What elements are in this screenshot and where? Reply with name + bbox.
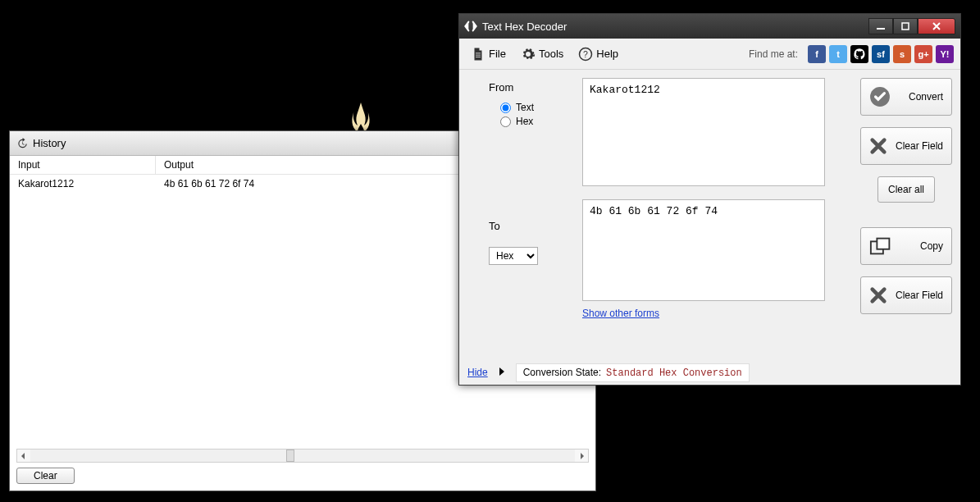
conversion-state-value: Standard Hex Conversion — [606, 367, 742, 379]
copy-icon — [869, 236, 894, 256]
scroll-track[interactable] — [30, 450, 575, 462]
menu-file[interactable]: File — [466, 43, 511, 65]
x-icon — [869, 137, 887, 155]
menu-file-label: File — [489, 48, 506, 60]
radio-hex[interactable]: Hex — [500, 116, 574, 127]
convert-button[interactable]: Convert — [860, 78, 952, 116]
svg-rect-1 — [902, 23, 909, 30]
radio-text-label: Text — [516, 102, 534, 113]
copy-label: Copy — [920, 240, 943, 252]
copy-button[interactable]: Copy — [860, 227, 952, 265]
clear-field-top-button[interactable]: Clear Field — [860, 127, 952, 165]
from-input-textarea[interactable] — [582, 78, 825, 186]
arrow-right-icon — [498, 367, 506, 379]
scroll-thumb[interactable] — [286, 450, 294, 462]
svg-rect-6 — [877, 239, 889, 249]
clear-field-bottom-label: Clear Field — [896, 290, 943, 301]
gear-icon — [521, 47, 536, 62]
to-label: To — [489, 220, 574, 232]
history-title: History — [33, 137, 66, 149]
social-facebook-icon[interactable]: f — [808, 45, 826, 63]
minimize-button[interactable] — [868, 18, 893, 34]
scroll-right-arrow[interactable] — [575, 450, 588, 462]
menu-tools[interactable]: Tools — [516, 43, 568, 65]
svg-text:?: ? — [583, 48, 588, 58]
convert-label: Convert — [909, 91, 943, 103]
social-stackoverflow-icon[interactable]: s — [893, 45, 911, 63]
maximize-button[interactable] — [893, 18, 918, 34]
svg-rect-0 — [877, 28, 885, 30]
social-googleplus-icon[interactable]: g+ — [914, 45, 932, 63]
radio-hex-input[interactable] — [500, 116, 511, 127]
from-label: From — [489, 81, 574, 94]
menu-help[interactable]: ? Help — [573, 43, 623, 65]
social-twitter-icon[interactable]: t — [829, 45, 847, 63]
clear-history-button[interactable]: Clear — [16, 468, 75, 484]
close-button[interactable] — [918, 18, 955, 34]
x-icon — [869, 286, 887, 304]
social-github-icon[interactable] — [850, 45, 868, 63]
radio-text[interactable]: Text — [500, 102, 574, 113]
app-icon — [464, 20, 477, 33]
hide-link[interactable]: Hide — [467, 367, 488, 378]
history-cell-input: Kakarot1212 — [10, 175, 156, 193]
history-icon — [16, 138, 28, 149]
menu-tools-label: Tools — [539, 48, 563, 60]
find-me-label: Find me at: — [749, 48, 798, 60]
menu-help-label: Help — [596, 48, 618, 60]
help-icon: ? — [578, 47, 593, 62]
clear-field-bottom-button[interactable]: Clear Field — [860, 276, 952, 314]
social-yahoo-icon[interactable]: Y! — [936, 45, 954, 63]
radio-text-input[interactable] — [500, 103, 511, 113]
clear-field-top-label: Clear Field — [896, 140, 943, 152]
menubar: File Tools ? Help Find me at: ftsfsg+Y! — [459, 39, 960, 70]
to-output-textarea[interactable] — [582, 199, 825, 301]
window-title: Text Hex Decoder — [482, 21, 868, 33]
decoder-titlebar[interactable]: Text Hex Decoder — [459, 14, 960, 39]
radio-hex-label: Hex — [516, 116, 533, 127]
to-format-select[interactable]: Hex — [489, 247, 538, 265]
conversion-state-field: Conversion State: Standard Hex Conversio… — [516, 363, 750, 382]
clear-all-button[interactable]: Clear all — [877, 176, 935, 203]
scroll-left-arrow[interactable] — [17, 450, 30, 462]
decoder-window: Text Hex Decoder File Tools ? Help Find … — [458, 13, 961, 386]
statusbar: Hide Conversion State: Standard Hex Conv… — [459, 360, 960, 385]
conversion-state-label: Conversion State: — [523, 367, 601, 378]
social-sourceforge-icon[interactable]: sf — [872, 45, 890, 63]
show-other-forms-link[interactable]: Show other forms — [582, 308, 659, 319]
file-icon — [471, 47, 485, 62]
history-horizontal-scrollbar[interactable] — [16, 449, 589, 463]
history-col-input-header[interactable]: Input — [10, 156, 156, 174]
check-circle-icon — [869, 86, 891, 107]
